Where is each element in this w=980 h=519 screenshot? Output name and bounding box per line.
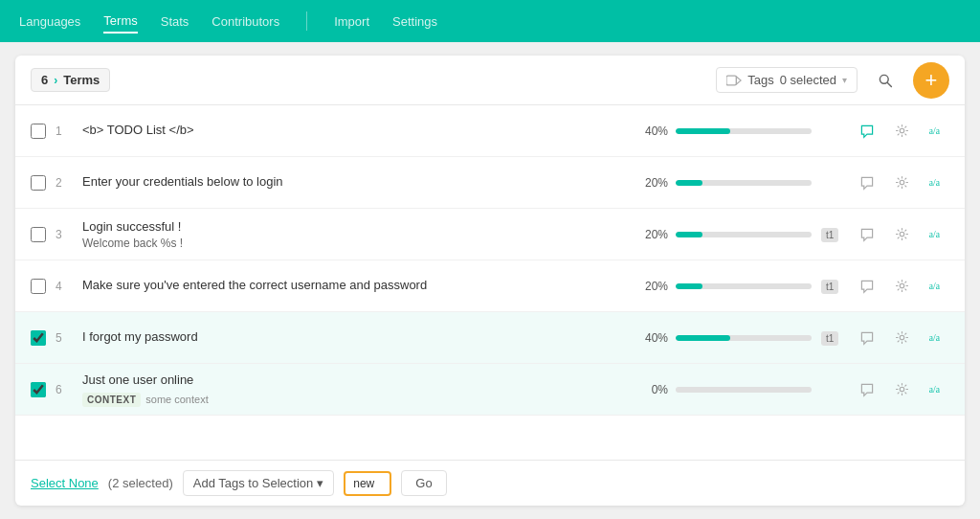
add-tags-dropdown-icon: ▾ <box>317 476 323 490</box>
settings-button[interactable] <box>888 118 915 145</box>
settings-button[interactable] <box>888 273 915 300</box>
progress-percent: 20% <box>639 280 668 293</box>
row-checkbox[interactable] <box>31 227 46 242</box>
comment-button[interactable] <box>854 169 880 196</box>
progress-bar-background <box>676 180 812 186</box>
table-row: 3Login successful !Welcome back %s !20%t… <box>15 209 965 260</box>
tags-filter-dropdown[interactable]: Tags 0 selected ▾ <box>716 67 858 93</box>
table-row: 1<b> TODO List </b>40%a/a <box>15 105 965 157</box>
row-checkbox[interactable] <box>31 330 46 346</box>
translate-button[interactable]: a/a <box>923 325 949 351</box>
nav-contributors[interactable]: Contributors <box>212 11 279 33</box>
selected-count: (2 selected) <box>108 476 173 490</box>
progress-bar-background <box>676 387 812 393</box>
row-number: 2 <box>56 176 73 190</box>
progress-bar-background <box>676 128 812 134</box>
search-button[interactable] <box>869 64 902 97</box>
row-checkbox[interactable] <box>31 124 46 139</box>
tags-selected-count: 0 selected <box>780 73 836 87</box>
progress-bar-background <box>676 232 812 237</box>
progress-percent: 20% <box>639 228 668 241</box>
settings-button[interactable] <box>888 376 915 403</box>
translate-button[interactable]: a/a <box>923 169 949 196</box>
svg-point-14 <box>900 387 904 392</box>
row-main-text: Login successful ! <box>82 218 630 236</box>
table-row: 4Make sure you've entered the correct us… <box>15 260 965 312</box>
translate-button[interactable]: a/a <box>923 376 949 403</box>
row-progress: 40% <box>639 124 812 138</box>
nav-import[interactable]: Import <box>334 11 369 33</box>
table-row: 6Just one user onlineCONTEXTsome context… <box>15 364 965 416</box>
nav-settings[interactable]: Settings <box>392 11 437 33</box>
tag-input[interactable] <box>344 471 391 496</box>
settings-button[interactable] <box>888 325 915 351</box>
svg-text:a/a: a/a <box>929 229 941 239</box>
chevron-icon: › <box>54 74 57 87</box>
settings-button[interactable] <box>888 221 915 248</box>
svg-text:a/a: a/a <box>929 384 941 395</box>
add-term-button[interactable]: + <box>913 62 949 99</box>
row-number: 5 <box>56 331 73 345</box>
select-none-link[interactable]: Select None <box>31 476 99 490</box>
translate-button[interactable]: a/a <box>923 273 949 300</box>
row-actions: a/a <box>854 376 949 403</box>
context-badge: CONTEXT <box>82 393 141 407</box>
row-number: 6 <box>56 383 73 396</box>
svg-point-6 <box>900 180 904 185</box>
row-checkbox[interactable] <box>31 382 46 397</box>
context-value: some context <box>145 394 208 405</box>
comment-button[interactable] <box>854 325 880 351</box>
progress-bar-fill <box>676 180 702 186</box>
go-button[interactable]: Go <box>401 470 446 496</box>
comment-button[interactable] <box>854 273 880 300</box>
terms-table: 1<b> TODO List </b>40%a/a2Enter your cre… <box>15 105 965 460</box>
progress-percent: 0% <box>639 383 668 396</box>
svg-point-4 <box>900 128 904 133</box>
row-text-area: I forgot my password <box>82 328 630 346</box>
svg-point-10 <box>900 283 904 288</box>
tag-badge: t1 <box>821 228 838 242</box>
add-tags-button[interactable]: Add Tags to Selection ▾ <box>183 470 335 496</box>
row-sub-text: Welcome back %s ! <box>82 237 630 250</box>
terms-count-badge: 6 › Terms <box>31 68 110 92</box>
settings-button[interactable] <box>888 169 915 196</box>
comment-button[interactable] <box>854 376 880 403</box>
add-tags-label: Add Tags to Selection <box>193 476 314 490</box>
row-main-text: Enter your credentials below to login <box>82 173 630 191</box>
progress-bar-fill <box>676 335 730 341</box>
search-icon <box>878 73 893 88</box>
svg-text:a/a: a/a <box>929 281 941 291</box>
bottom-bar: Select None (2 selected) Add Tags to Sel… <box>15 460 965 506</box>
tag-container: t1 <box>821 227 844 241</box>
translate-button[interactable]: a/a <box>923 221 949 248</box>
row-progress: 0% <box>639 383 812 396</box>
row-text-area: <b> TODO List </b> <box>82 122 630 139</box>
progress-percent: 20% <box>639 176 668 190</box>
svg-text:a/a: a/a <box>929 332 941 343</box>
row-main-text: Just one user online <box>82 372 630 389</box>
row-checkbox[interactable] <box>31 175 46 191</box>
translate-button[interactable]: a/a <box>923 118 949 145</box>
tags-label: Tags <box>747 73 773 87</box>
row-checkbox[interactable] <box>31 279 46 294</box>
comment-button[interactable] <box>854 221 880 248</box>
row-main-text: I forgot my password <box>82 328 630 346</box>
tag-badge: t1 <box>821 331 838 346</box>
row-number: 4 <box>56 280 73 293</box>
row-main-text: Make sure you've entered the correct use… <box>82 277 630 294</box>
nav-terms[interactable]: Terms <box>103 10 137 34</box>
row-progress: 40% <box>639 331 812 345</box>
row-actions: a/a <box>854 273 949 300</box>
comment-button[interactable] <box>854 118 880 145</box>
tag-container: t1 <box>821 330 844 345</box>
row-number: 3 <box>56 228 73 241</box>
nav-languages[interactable]: Languages <box>19 11 80 33</box>
progress-percent: 40% <box>639 331 668 345</box>
row-actions: a/a <box>854 221 949 248</box>
row-text-area: Login successful !Welcome back %s ! <box>82 218 630 249</box>
nav-stats[interactable]: Stats <box>161 11 189 33</box>
tag-container: t1 <box>821 279 844 293</box>
svg-rect-0 <box>726 76 736 85</box>
progress-bar-background <box>676 335 812 341</box>
tag-icon <box>726 75 742 86</box>
